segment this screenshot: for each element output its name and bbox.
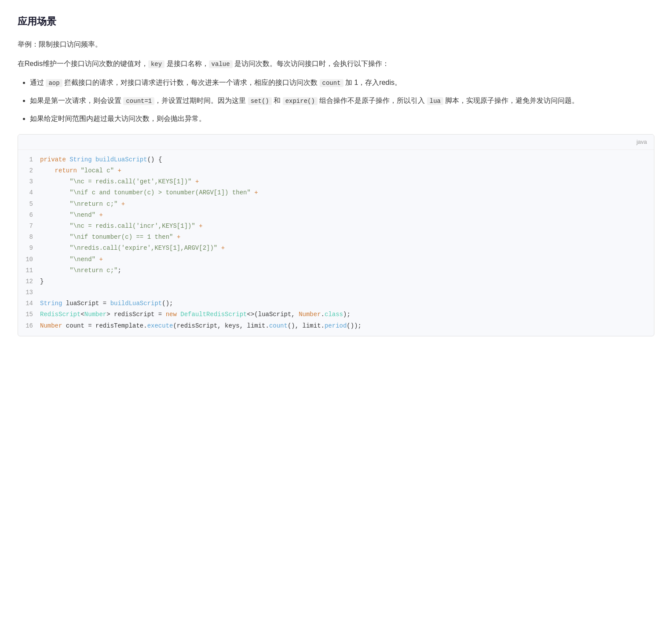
code-line-10: "\nend" + — [40, 254, 645, 265]
value-code: value — [209, 60, 233, 68]
code-line-11: "\nreturn c;"; — [40, 265, 645, 276]
code-line-7: "\nc = redis.call('incr',KEYS[1])" + — [40, 221, 645, 232]
code-line-15: RedisScript<Number> redisScript = new De… — [40, 309, 645, 320]
code-line-2: return "local c" + — [40, 165, 645, 176]
bullet-list: 通过 aop 拦截接口的请求，对接口请求进行计数，每次进来一个请求，相应的接口访… — [18, 77, 654, 125]
code-line-14: String luaScript = buildLuaScript(); — [40, 298, 645, 309]
expire-code: expire() — [283, 97, 318, 105]
aop-code: aop — [46, 79, 62, 87]
key-code: key — [148, 60, 164, 68]
count-code: count — [320, 79, 343, 87]
code-line-16: Number count = redisTemplate.execute(red… — [40, 321, 645, 332]
bullet-item-2: 如果是第一次请求，则会设置 count=1，并设置过期时间。因为这里 set()… — [30, 95, 654, 107]
bullet-item-3: 如果给定时间范围内超过最大访问次数，则会抛出异常。 — [30, 113, 654, 125]
code-block: java 1 2 3 4 5 6 7 8 9 10 11 12 13 14 15… — [18, 134, 654, 336]
intro-text: 举例：限制接口访问频率。 — [18, 38, 654, 50]
count-eq-1-code: count=1 — [123, 97, 154, 105]
description-text: 在Redis维护一个接口访问次数的键值对，key 是接口名称，value 是访问… — [18, 58, 654, 70]
code-body: 1 2 3 4 5 6 7 8 9 10 11 12 13 14 15 16 p… — [18, 150, 654, 336]
set-code: set() — [248, 97, 272, 105]
code-line-6: "\nend" + — [40, 210, 645, 221]
code-line-3: "\nc = redis.call('get',KEYS[1])" + — [40, 176, 645, 187]
page-title: 应用场景 — [18, 13, 654, 29]
lang-name: java — [636, 137, 647, 147]
line-numbers: 1 2 3 4 5 6 7 8 9 10 11 12 13 14 15 16 — [18, 154, 40, 332]
code-line-8: "\nif tonumber(c) == 1 then" + — [40, 232, 645, 243]
code-line-4: "\nif c and tonumber(c) > tonumber(ARGV[… — [40, 187, 645, 198]
code-line-9: "\nredis.call('expire',KEYS[1],ARGV[2])"… — [40, 243, 645, 254]
lua-code: lua — [427, 97, 443, 105]
code-line-1: private String buildLuaScript() { — [40, 154, 645, 165]
code-lines: private String buildLuaScript() { return… — [40, 154, 654, 332]
code-lang-label: java — [18, 135, 654, 150]
bullet-item-1: 通过 aop 拦截接口的请求，对接口请求进行计数，每次进来一个请求，相应的接口访… — [30, 77, 654, 89]
code-line-5: "\nreturn c;" + — [40, 199, 645, 210]
code-line-13 — [40, 287, 645, 298]
code-line-12: } — [40, 276, 645, 287]
